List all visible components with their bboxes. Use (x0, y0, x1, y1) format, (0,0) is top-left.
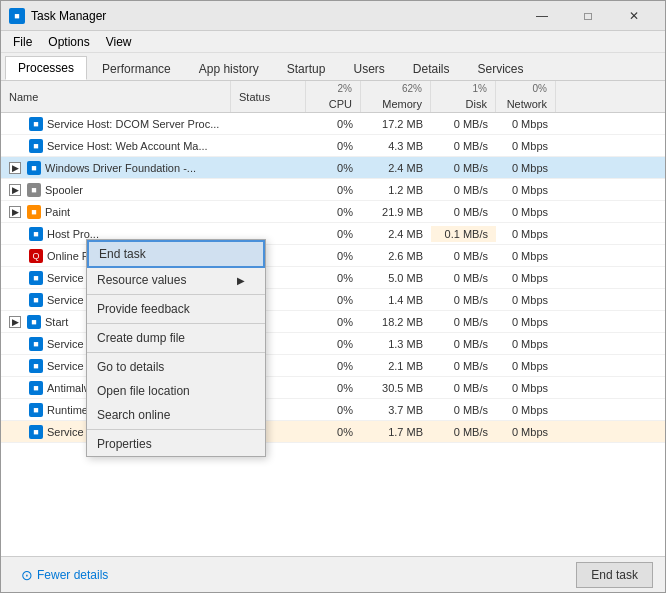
process-network: 0 Mbps (496, 182, 556, 198)
submenu-arrow: ▶ (237, 275, 245, 286)
process-icon: ■ (27, 315, 41, 329)
end-task-button[interactable]: End task (576, 562, 653, 588)
process-icon: ■ (29, 381, 43, 395)
table-row[interactable]: ■ Service Host: DCOM Server Proc... 0% 1… (1, 113, 665, 135)
tab-users[interactable]: Users (340, 57, 397, 80)
process-cpu: 0% (306, 204, 361, 220)
context-menu-separator (87, 294, 265, 295)
context-menu-create-dump[interactable]: Create dump file (87, 326, 265, 350)
minimize-button[interactable]: — (519, 1, 565, 31)
tab-services[interactable]: Services (465, 57, 537, 80)
context-menu-separator (87, 352, 265, 353)
process-network: 0 Mbps (496, 336, 556, 352)
context-menu-go-to-details[interactable]: Go to details (87, 355, 265, 379)
title-bar: ■ Task Manager — □ ✕ (1, 1, 665, 31)
tab-app-history[interactable]: App history (186, 57, 272, 80)
tab-performance[interactable]: Performance (89, 57, 184, 80)
fewer-details-button[interactable]: ⊙ Fewer details (13, 563, 116, 587)
table-row[interactable]: ▶ ■ Windows Driver Foundation -... 0% 2.… (1, 157, 665, 179)
process-cpu: 0% (306, 380, 361, 396)
process-cpu: 0% (306, 292, 361, 308)
process-network: 0 Mbps (496, 116, 556, 132)
process-disk: 0 MB/s (431, 336, 496, 352)
context-menu-separator (87, 323, 265, 324)
process-name: ▶ ■ Windows Driver Foundation -... (1, 159, 231, 177)
process-icon: ■ (29, 271, 43, 285)
col-disk[interactable]: 1% Disk (431, 81, 496, 112)
process-name: ▶ ■ Paint (1, 203, 231, 221)
process-memory: 1.4 MB (361, 292, 431, 308)
expand-button[interactable]: ▶ (9, 184, 21, 196)
process-memory: 1.2 MB (361, 182, 431, 198)
context-menu-search-online[interactable]: Search online (87, 403, 265, 427)
context-menu-end-task[interactable]: End task (87, 240, 265, 268)
window-controls: — □ ✕ (519, 1, 657, 31)
process-status (231, 144, 306, 148)
process-status (231, 210, 306, 214)
process-icon: ■ (29, 227, 43, 241)
process-cpu: 0% (306, 314, 361, 330)
expand-button[interactable]: ▶ (9, 162, 21, 174)
process-icon: ■ (29, 293, 43, 307)
menu-file[interactable]: File (5, 33, 40, 51)
process-memory: 17.2 MB (361, 116, 431, 132)
process-icon: ■ (29, 359, 43, 373)
process-network: 0 Mbps (496, 292, 556, 308)
process-icon: ■ (29, 117, 43, 131)
col-status[interactable]: Status (231, 81, 306, 112)
process-disk: 0 MB/s (431, 182, 496, 198)
process-memory: 21.9 MB (361, 204, 431, 220)
menu-view[interactable]: View (98, 33, 140, 51)
col-memory[interactable]: 62% Memory (361, 81, 431, 112)
process-cpu: 0% (306, 226, 361, 242)
context-menu-resource-values[interactable]: Resource values ▶ (87, 268, 265, 292)
expand-button[interactable]: ▶ (9, 316, 21, 328)
process-name: ■ Service Host: DCOM Server Proc... (1, 115, 231, 133)
tab-processes[interactable]: Processes (5, 56, 87, 80)
context-menu-open-file-location[interactable]: Open file location (87, 379, 265, 403)
process-memory: 1.7 MB (361, 424, 431, 440)
process-icon: ■ (27, 205, 41, 219)
maximize-button[interactable]: □ (565, 1, 611, 31)
expand-button[interactable]: ▶ (9, 206, 21, 218)
col-cpu[interactable]: 2% CPU (306, 81, 361, 112)
context-menu-separator (87, 429, 265, 430)
process-memory: 2.1 MB (361, 358, 431, 374)
process-icon: Q (29, 249, 43, 263)
table-row[interactable]: ▶ ■ Spooler 0% 1.2 MB 0 MB/s 0 Mbps (1, 179, 665, 201)
process-memory: 18.2 MB (361, 314, 431, 330)
process-memory: 2.4 MB (361, 160, 431, 176)
process-network: 0 Mbps (496, 380, 556, 396)
process-icon: ■ (29, 403, 43, 417)
menu-bar: File Options View (1, 31, 665, 53)
process-network: 0 Mbps (496, 160, 556, 176)
process-memory: 2.4 MB (361, 226, 431, 242)
process-cpu: 0% (306, 336, 361, 352)
process-memory: 30.5 MB (361, 380, 431, 396)
tab-details[interactable]: Details (400, 57, 463, 80)
process-memory: 2.6 MB (361, 248, 431, 264)
process-memory: 1.3 MB (361, 336, 431, 352)
context-menu-properties[interactable]: Properties (87, 432, 265, 456)
context-menu-provide-feedback[interactable]: Provide feedback (87, 297, 265, 321)
col-name[interactable]: Name (1, 81, 231, 112)
process-name: ■ Service Host: Web Account Ma... (1, 137, 231, 155)
col-network[interactable]: 0% Network (496, 81, 556, 112)
process-memory: 4.3 MB (361, 138, 431, 154)
process-icon: ■ (27, 161, 41, 175)
process-network: 0 Mbps (496, 138, 556, 154)
process-cpu: 0% (306, 358, 361, 374)
tab-startup[interactable]: Startup (274, 57, 339, 80)
close-button[interactable]: ✕ (611, 1, 657, 31)
menu-options[interactable]: Options (40, 33, 97, 51)
process-disk: 0 MB/s (431, 248, 496, 264)
process-cpu: 0% (306, 270, 361, 286)
table-row[interactable]: ■ Service Host: Web Account Ma... 0% 4.3… (1, 135, 665, 157)
process-icon: ■ (29, 337, 43, 351)
process-cpu: 0% (306, 424, 361, 440)
table-row[interactable]: ▶ ■ Paint 0% 21.9 MB 0 MB/s 0 Mbps (1, 201, 665, 223)
process-network: 0 Mbps (496, 226, 556, 242)
process-disk: 0 MB/s (431, 292, 496, 308)
process-memory: 3.7 MB (361, 402, 431, 418)
window-title: Task Manager (31, 9, 519, 23)
